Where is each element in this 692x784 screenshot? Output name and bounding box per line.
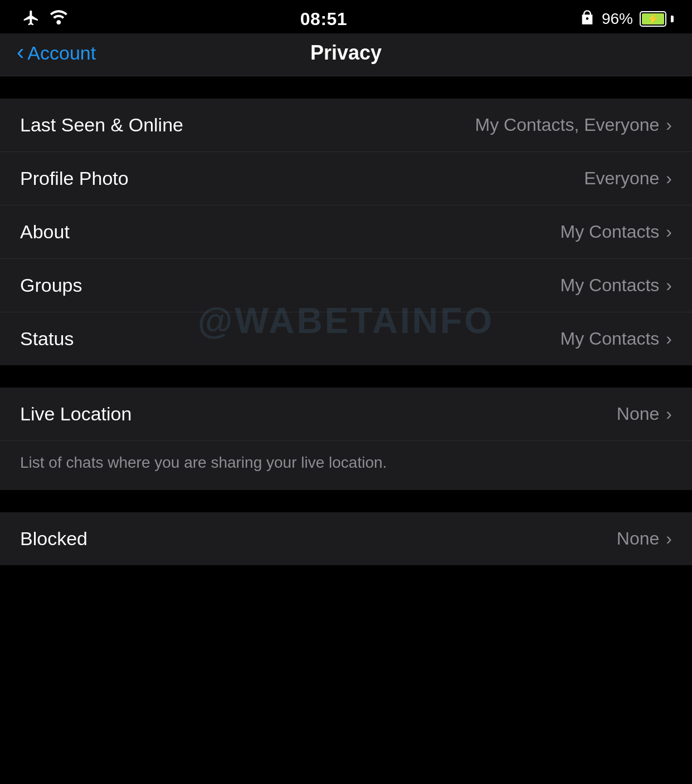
- profile-photo-right: Everyone ›: [584, 168, 672, 189]
- about-label: About: [20, 221, 70, 243]
- about-value: My Contacts: [561, 222, 660, 242]
- nav-header: ‹ Account Privacy: [0, 33, 692, 76]
- profile-photo-value: Everyone: [584, 168, 659, 189]
- battery-icon: ⚡: [640, 11, 670, 27]
- airplane-icon: [22, 9, 40, 29]
- live-location-value: None: [617, 404, 660, 424]
- live-location-chevron-icon: ›: [666, 404, 672, 424]
- profile-photo-row[interactable]: Profile Photo Everyone ›: [0, 152, 692, 205]
- status-bar: 08:51 96% ⚡: [0, 0, 692, 33]
- blocked-chevron-icon: ›: [666, 528, 672, 549]
- profile-photo-chevron-icon: ›: [666, 168, 672, 189]
- page-title: Privacy: [310, 41, 382, 65]
- lock-status-icon: [579, 9, 595, 29]
- last-seen-row[interactable]: Last Seen & Online My Contacts, Everyone…: [0, 99, 692, 152]
- last-seen-right: My Contacts, Everyone ›: [475, 115, 672, 135]
- groups-chevron-icon: ›: [666, 275, 672, 296]
- groups-row[interactable]: Groups My Contacts ›: [0, 259, 692, 312]
- blocked-settings-group: Blocked None ›: [0, 512, 692, 565]
- wifi-icon: [48, 9, 68, 29]
- battery-percent: 96%: [602, 10, 633, 28]
- status-chevron-icon: ›: [666, 329, 672, 349]
- status-right: My Contacts ›: [561, 329, 672, 349]
- section-separator-3: [0, 490, 692, 512]
- live-location-label: Live Location: [20, 403, 131, 425]
- status-left: [22, 9, 68, 29]
- blocked-value: None: [617, 528, 660, 549]
- about-row[interactable]: About My Contacts ›: [0, 205, 692, 259]
- back-button[interactable]: ‹ Account: [17, 42, 96, 64]
- section-separator-1: [0, 76, 692, 99]
- content-area: Last Seen & Online My Contacts, Everyone…: [0, 76, 692, 565]
- status-time: 08:51: [300, 9, 347, 30]
- back-chevron-icon: ‹: [17, 41, 24, 63]
- blocked-row[interactable]: Blocked None ›: [0, 512, 692, 565]
- last-seen-label: Last Seen & Online: [20, 114, 183, 136]
- back-label: Account: [27, 42, 96, 64]
- visibility-settings-group: Last Seen & Online My Contacts, Everyone…: [0, 99, 692, 365]
- last-seen-value: My Contacts, Everyone: [475, 115, 660, 135]
- groups-right: My Contacts ›: [561, 275, 672, 296]
- status-row[interactable]: Status My Contacts ›: [0, 312, 692, 365]
- blocked-label: Blocked: [20, 528, 87, 550]
- location-settings-group: Live Location None › List of chats where…: [0, 388, 692, 490]
- live-location-note: List of chats where you are sharing your…: [0, 441, 692, 490]
- blocked-right: None ›: [617, 528, 672, 549]
- status-value: My Contacts: [561, 329, 660, 349]
- last-seen-chevron-icon: ›: [666, 115, 672, 135]
- groups-label: Groups: [20, 275, 82, 296]
- status-right: 96% ⚡: [579, 9, 670, 29]
- about-chevron-icon: ›: [666, 222, 672, 242]
- section-separator-2: [0, 365, 692, 388]
- status-label: Status: [20, 328, 74, 350]
- profile-photo-label: Profile Photo: [20, 168, 129, 189]
- groups-value: My Contacts: [561, 275, 660, 296]
- live-location-row[interactable]: Live Location None ›: [0, 388, 692, 441]
- live-location-right: None ›: [617, 404, 672, 424]
- about-right: My Contacts ›: [561, 222, 672, 242]
